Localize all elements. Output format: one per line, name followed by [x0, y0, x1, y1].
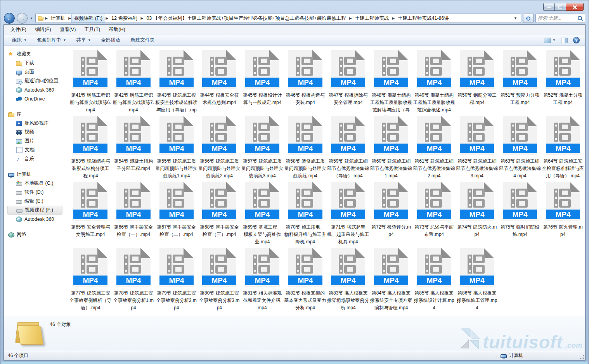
file-tile[interactable]: MP4第65节 安全管理与文明施工.mp4	[69, 182, 111, 248]
file-tile[interactable]: MP4第44节 模板安全技术规范总则.mp4	[198, 50, 240, 116]
file-tile[interactable]: MP4第42节 钢筋工程识图与算量实战演练7.mp4	[113, 50, 154, 116]
file-tile[interactable]: MP4第78节 建筑施工安全事故案例分析1.mp4	[113, 248, 154, 314]
address-dropdown-button[interactable]: ▼	[511, 16, 520, 20]
file-tile[interactable]: MP4第69节 基坑工程、模板支架与高处作业.mp4	[241, 182, 283, 248]
file-tile[interactable]: MP4第76节 防火管理.mp4	[542, 182, 584, 248]
toolbar-button[interactable]: 全部播放	[96, 35, 125, 45]
resize-grip[interactable]	[579, 354, 584, 359]
preview-pane-button[interactable]	[561, 38, 568, 43]
file-tile[interactable]: MP4第56节 建筑施工质量问题预防与处理实战演练2.mp4	[198, 116, 240, 182]
file-tile[interactable]: MP4第75节 临时消防设施.mp4	[499, 182, 541, 248]
file-tile[interactable]: MP4第62节 建筑施工细部节点优秀做法集锦3.mp4	[456, 116, 498, 182]
help-button[interactable]: ?	[573, 37, 580, 43]
maximize-button[interactable]	[555, 3, 566, 11]
file-tile[interactable]: MP4第48节 混凝土结构工程施工质量验收规范解读与应用（导语）....	[370, 50, 412, 116]
file-tile[interactable]: MP4第80节 建筑施工安全事故案例分析3.mp4	[198, 248, 240, 314]
sidebar-section-header[interactable]: 收藏夹	[7, 50, 65, 59]
menu-item[interactable]: 帮助(H)	[104, 25, 129, 34]
breadcrumb-segment[interactable]: 03 【年会员福利】土建工程师实战+项目生产经理必备技能+项目总工必备技能+装饰…	[144, 14, 348, 23]
file-tile[interactable]: MP4第86节 高大模板支撑系统施工管理.mp4	[456, 248, 498, 314]
menu-item[interactable]: 编辑(E)	[31, 25, 55, 34]
file-name: 第42节 钢筋工程识图与算量实战演练7.mp4	[113, 92, 154, 114]
file-tile[interactable]: MP4第77节 建筑施工安全事故案例解析（导语）.mp4	[69, 248, 111, 314]
minimize-button[interactable]	[543, 3, 555, 11]
sidebar-item[interactable]: 视频课程 (F:)	[7, 206, 62, 215]
file-tile[interactable]: MP4第81节 相关标准规范和规定文件介绍.mp4	[241, 248, 283, 314]
file-tile[interactable]: MP4第45节 模板设计计算与一般规定.mp4	[241, 50, 283, 116]
file-tile[interactable]: MP4第58节 装修施工质量问题预防与处理实战演练.mp4	[284, 116, 326, 182]
sidebar-item[interactable]: 视频	[7, 128, 65, 137]
menu-item[interactable]: 文件(F)	[6, 25, 31, 34]
sidebar-item[interactable]: OneDrive	[7, 94, 65, 103]
file-tile[interactable]: MP4第59节 建筑施工细部节点优秀做法集锦（导语）.mp4	[327, 116, 369, 182]
search-box[interactable]: 搜索 土建...	[535, 14, 585, 23]
change-view-button[interactable]: ▼	[544, 38, 556, 43]
sidebar-item[interactable]: 编辑 (E:)	[7, 197, 65, 206]
sidebar-item[interactable]: Autodesk 360	[7, 215, 65, 224]
sidebar-item[interactable]: 本地磁盘 (C:)	[7, 179, 65, 188]
breadcrumb-segment[interactable]: 土建工程师实战	[352, 14, 392, 23]
sidebar-item[interactable]: 音乐	[7, 154, 65, 163]
file-tile[interactable]: MP4第61节 建筑施工细部节点优秀做法集锦2.mp4	[413, 116, 455, 182]
breadcrumb-segment[interactable]: 视频课程 (F:)	[71, 14, 105, 23]
file-tile[interactable]: MP4第73节 总述与平面布置.mp4	[413, 182, 455, 248]
file-tile[interactable]: MP4第79节 建筑施工安全事故案例分析2.mp4	[156, 248, 197, 314]
sidebar-item[interactable]: 最近访问的位置	[7, 76, 65, 85]
sidebar-item[interactable]: 文档	[7, 146, 65, 154]
sidebar-section-header[interactable]: 库	[7, 110, 65, 119]
file-tile[interactable]: MP4第84节 高大模板支撑系统安全专项方案编制与管理.mp4	[370, 248, 412, 314]
search-icon[interactable]	[577, 16, 583, 21]
file-tile[interactable]: MP4第72节 检查评分.mp4	[370, 182, 412, 248]
file-tile[interactable]: MP4第70节 施工用电、物料提升机与施工升降机.mp4	[284, 182, 326, 248]
file-tile[interactable]: MP4第85节 高大模板支撑系统设计计算.mp4	[413, 248, 455, 314]
sidebar-item[interactable]: 下载	[7, 59, 65, 68]
sidebar-item[interactable]: 桌面	[7, 68, 65, 76]
close-button[interactable]	[566, 3, 584, 11]
file-tile[interactable]: MP4第67节 脚手架安全检查（二）.mp4	[156, 182, 197, 248]
file-tile[interactable]: MP4第49节 混凝土结构工程施工质量验收规范综合概述.mp4	[413, 50, 455, 116]
chevron-down-icon: ▼	[553, 38, 556, 42]
command-bar: 组织▼包含到库中▼共享▼全部播放新建文件夹 ▼ ?	[4, 35, 585, 46]
breadcrumb-segment[interactable]: 土建工程师实战41-86讲	[395, 14, 452, 23]
file-tile[interactable]: MP4第41节 钢筋工程识图与算量实战演练6.mp4	[69, 50, 111, 116]
sidebar-section-header[interactable]: 计算机	[7, 170, 65, 179]
file-tile[interactable]: MP4第54节 混凝土结构子分部工程.mp4	[113, 116, 154, 182]
forward-button[interactable]: →	[17, 13, 28, 24]
file-tile[interactable]: MP4第50节 钢筋分项工程.mp4	[456, 50, 498, 116]
file-tile[interactable]: MP4第63节 建筑施工细部节点优秀做法集锦4.mp4	[499, 116, 541, 182]
file-tile[interactable]: MP4第64节 建筑施工安全检查标准解读与应用（导语）.mp4	[542, 116, 584, 182]
sidebar-item[interactable]: 图片	[7, 137, 65, 146]
file-tile[interactable]: MP4第46节 模板构造与安装.mp4	[284, 50, 326, 116]
toolbar-button[interactable]: 组织▼	[7, 35, 32, 45]
sidebar-item[interactable]: 暴风影视库	[7, 119, 65, 128]
breadcrumb-segment[interactable]: 12 免费福利	[109, 14, 140, 23]
file-tile[interactable]: MP4第52节 混凝土分项工程.mp4	[542, 50, 584, 116]
sidebar-section-header[interactable]: 网络	[7, 230, 65, 239]
file-tile[interactable]: MP4第57节 建筑施工质量问题预防与处理实战演练3.mp4	[241, 116, 283, 182]
file-tile[interactable]: MP4第47节 模板拆除与安全管理.mp4	[327, 50, 369, 116]
refresh-button[interactable]	[523, 14, 534, 23]
file-tile[interactable]: MP4第82节 模板支架的基本受力形式及受力分析.mp4	[284, 248, 326, 314]
file-tile[interactable]: MP4第53节 现浇结构与装配式结构分项工程.mp4	[69, 116, 111, 182]
file-tile[interactable]: MP4第71节 塔式起重机、起重吊装与施工机具.mp4	[327, 182, 369, 248]
svg-text:MP4: MP4	[83, 210, 99, 218]
file-tile[interactable]: MP4第51节 预应力分项工程.mp4	[499, 50, 541, 116]
address-bar[interactable]: ▶计算机▶视频课程 (F:)▶12 免费福利▶03 【年会员福利】土建工程师实战…	[35, 14, 521, 23]
toolbar-button[interactable]: 包含到库中▼	[32, 35, 71, 45]
file-tile[interactable]: MP4第74节 建筑防火.mp4	[456, 182, 498, 248]
back-button[interactable]: ←	[4, 13, 15, 24]
sidebar-item[interactable]: Autodesk 360	[7, 85, 65, 94]
breadcrumb-segment[interactable]: 计算机	[48, 14, 68, 23]
file-tile[interactable]: MP4第83节 高大模板支撑架坍塌事故案例分析.mp4	[327, 248, 369, 314]
toolbar-button[interactable]: 新建文件夹	[125, 35, 160, 45]
file-tile[interactable]: MP4第55节 建筑施工质量问题预防与处理实战演练1.mp4	[156, 116, 197, 182]
file-tile[interactable]: MP4第43节 建筑施工模板安全技术规范解读与应用（导语）.mp4	[156, 50, 197, 116]
recent-pages-dropdown[interactable]: ▼	[29, 17, 33, 20]
sidebar-item[interactable]: 软件 (D:)	[7, 188, 65, 197]
file-tile[interactable]: MP4第66节 脚手架安全检查（一）.mp4	[113, 182, 154, 248]
toolbar-button[interactable]: 共享▼	[71, 35, 96, 45]
file-tile[interactable]: MP4第68节 脚手架安全检查（三）.mp4	[198, 182, 240, 248]
menu-item[interactable]: 查看(V)	[55, 25, 80, 34]
menu-item[interactable]: 工具(T)	[80, 25, 104, 34]
file-tile[interactable]: MP4第60节 建筑施工细部节点优秀做法集锦1.mp4	[370, 116, 412, 182]
